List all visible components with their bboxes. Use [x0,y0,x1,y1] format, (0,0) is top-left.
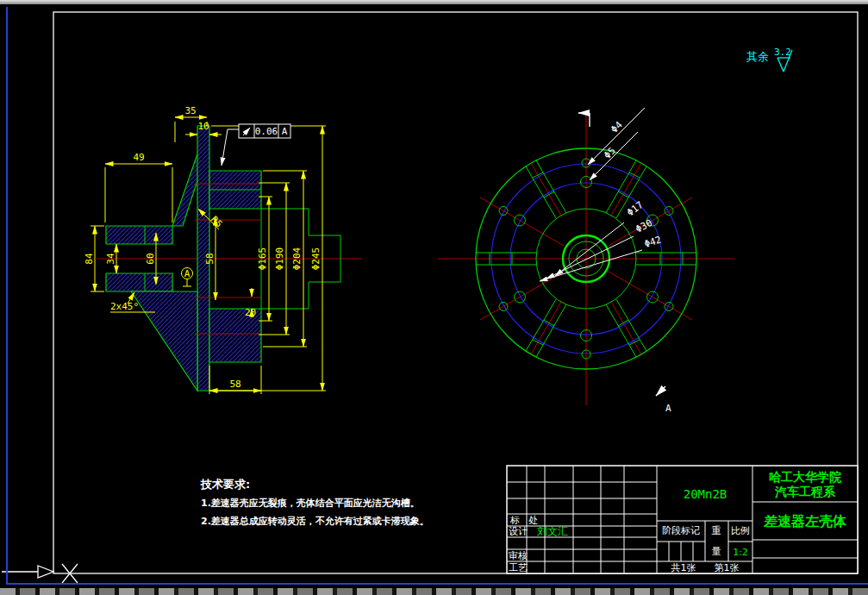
tb-school-line2: 汽车工程系 [774,485,836,498]
tolerance-datum: A [282,126,288,137]
tb-label-scale: 比例 [731,525,750,536]
section-letter: A [665,403,671,414]
dim-phi204: Φ204 [291,247,303,270]
canvas-border-left [6,7,8,585]
dim-r5: R5 [209,214,225,230]
dim-phi4: Φ4 [609,119,625,135]
dim-phi5: Φ5 [602,145,618,161]
tech-requirements: 技术要求: 1.差速器壳应无裂痕，壳体结合平面应光洁无沟槽。 2.差速器总成应转… [200,478,429,527]
dim-84: 84 [84,253,95,265]
dim-phi42: Φ42 [643,234,663,250]
dim-20: 20 [245,307,256,318]
dim-phi165: Φ165 [257,247,268,271]
taskbar-sliver[interactable] [0,588,868,595]
tb-sheet-no: 第1张 [715,562,740,573]
surface-note-prefix: 其余 [746,50,769,63]
surface-note-value: 3.2 [774,47,791,58]
tb-sheet-total: 共1张 [671,562,696,573]
hub-wall-top [106,226,172,244]
section-view: 35 10 49 84 34 60 58 20 58 Φ165 Φ190 Φ20… [84,105,362,394]
dim-phi17: Φ17 [625,199,646,218]
dim-58-horizontal: 58 [229,379,240,390]
tolerance-value: 0.06 [255,126,278,137]
tech-req-item-2: 2.差速器总成应转动灵活，不允许有过紧或卡滞现象。 [201,516,429,527]
hub-wall-bottom [106,273,172,291]
tb-school-line1: 哈工大华学院 [769,470,841,484]
tech-req-item-1: 1.差速器壳应无裂痕，壳体结合平面应光洁无沟槽。 [201,498,420,509]
tb-label-mark: 标 [509,515,520,526]
web-wedge-bottom [131,291,197,391]
drawing-canvas: 35 10 49 84 34 60 58 20 58 Φ165 Φ190 Φ20… [0,0,868,595]
tb-part-name: 差速器左壳体 [763,513,846,529]
tb-label-weight-bottom: 量 [712,546,721,557]
dim-34: 34 [105,253,116,265]
title-block: 标 处 设计 审核 工艺 阶段标记 重 量 比例 共1张 第1张 刘文汇 20M… [507,466,858,573]
tb-material: 20Mn2B [684,487,727,501]
tech-req-title: 技术要求: [200,478,250,491]
dim-49: 49 [133,152,144,163]
front-view: Φ4 Φ5 Φ17 Φ30 Φ42 A [438,108,734,414]
dim-60: 60 [145,253,156,264]
surface-finish-note: 其余 3.2 [746,47,792,72]
tb-scale-value: 1:2 [733,547,748,558]
dim-10: 10 [197,121,209,132]
dim-58-vertical: 58 [204,253,215,264]
tb-label-stage: 阶段标记 [662,525,700,536]
tolerance-frame: 0.06 A [222,124,290,166]
dim-phi190: Φ190 [274,247,285,271]
canvas-border-bottom [6,583,868,585]
dim-35: 35 [184,105,196,116]
cone-wall-top [172,147,200,226]
tb-label-check: 审核 [509,550,528,561]
tb-designer-name: 刘文汇 [537,525,568,537]
dim-phi245: Φ245 [310,247,322,271]
tb-label-weight-top: 重 [712,525,721,536]
cad-window: 35 10 49 84 34 60 58 20 58 Φ165 Φ190 Φ20… [0,0,868,595]
tb-label-process: 工艺 [509,562,528,573]
window-top-edge [0,0,868,4]
datum-a-label: A [184,268,190,279]
dim-chamfer: 2x45° [110,301,139,312]
tb-label-design: 设计 [509,526,528,537]
datum-a-symbol: A [182,268,193,287]
